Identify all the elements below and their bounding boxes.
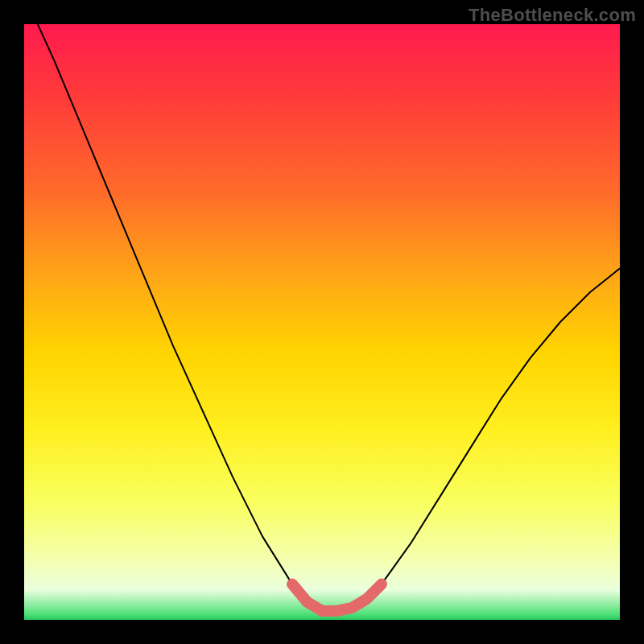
plot-area — [24, 24, 620, 620]
chart-svg — [24, 24, 620, 620]
chart-frame: TheBottleneck.com — [0, 0, 644, 644]
watermark-text: TheBottleneck.com — [469, 5, 636, 26]
bottleneck-curve — [24, 24, 620, 611]
optimal-region-highlight — [292, 584, 382, 611]
